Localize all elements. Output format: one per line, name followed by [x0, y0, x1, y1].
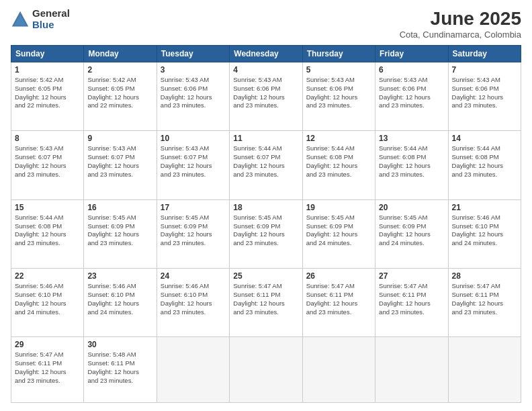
day-number: 9: [87, 134, 152, 143]
header: General Blue June 2025 Cota, Cundinamarc…: [11, 8, 521, 40]
day-number: 30: [87, 340, 152, 349]
day-info: Sunrise: 5:48 AMSunset: 6:11 PMDaylight:…: [87, 351, 152, 385]
table-row: 17Sunrise: 5:45 AMSunset: 6:09 PMDayligh…: [157, 199, 229, 268]
table-row: 1Sunrise: 5:42 AMSunset: 6:05 PMDaylight…: [11, 62, 84, 131]
day-info: Sunrise: 5:47 AMSunset: 6:11 PMDaylight:…: [452, 282, 517, 316]
day-info: Sunrise: 5:47 AMSunset: 6:11 PMDaylight:…: [379, 282, 444, 316]
day-number: 28: [452, 271, 517, 281]
table-row: 22Sunrise: 5:46 AMSunset: 6:10 PMDayligh…: [11, 269, 84, 337]
logo-text: General Blue: [32, 8, 70, 30]
table-row: [230, 337, 302, 403]
table-row: 16Sunrise: 5:45 AMSunset: 6:09 PMDayligh…: [84, 199, 157, 268]
calendar-week-row: 15Sunrise: 5:44 AMSunset: 6:08 PMDayligh…: [11, 199, 521, 268]
day-info: Sunrise: 5:45 AMSunset: 6:09 PMDaylight:…: [306, 214, 371, 248]
day-info: Sunrise: 5:44 AMSunset: 6:08 PMDaylight:…: [379, 144, 444, 179]
table-row: [448, 337, 521, 403]
day-number: 1: [15, 65, 80, 75]
day-info: Sunrise: 5:44 AMSunset: 6:08 PMDaylight:…: [15, 214, 80, 248]
table-row: 18Sunrise: 5:45 AMSunset: 6:09 PMDayligh…: [230, 199, 302, 268]
logo: General Blue: [11, 8, 70, 30]
table-row: 21Sunrise: 5:46 AMSunset: 6:10 PMDayligh…: [448, 199, 521, 268]
day-number: 11: [233, 134, 298, 143]
day-info: Sunrise: 5:45 AMSunset: 6:09 PMDaylight:…: [233, 214, 298, 248]
table-row: 24Sunrise: 5:46 AMSunset: 6:10 PMDayligh…: [157, 269, 229, 337]
calendar-week-row: 29Sunrise: 5:47 AMSunset: 6:11 PMDayligh…: [11, 337, 521, 403]
day-info: Sunrise: 5:43 AMSunset: 6:06 PMDaylight:…: [452, 76, 517, 110]
logo-general: General: [32, 8, 70, 19]
col-saturday: Saturday: [448, 46, 521, 62]
day-number: 13: [379, 134, 444, 143]
table-row: 25Sunrise: 5:47 AMSunset: 6:11 PMDayligh…: [230, 269, 302, 337]
table-row: 26Sunrise: 5:47 AMSunset: 6:11 PMDayligh…: [302, 269, 375, 337]
table-row: 15Sunrise: 5:44 AMSunset: 6:08 PMDayligh…: [11, 199, 84, 268]
day-info: Sunrise: 5:45 AMSunset: 6:09 PMDaylight:…: [161, 214, 226, 248]
day-number: 20: [379, 203, 444, 212]
table-row: 13Sunrise: 5:44 AMSunset: 6:08 PMDayligh…: [375, 131, 448, 199]
table-row: 28Sunrise: 5:47 AMSunset: 6:11 PMDayligh…: [448, 269, 521, 337]
day-number: 16: [87, 203, 152, 212]
calendar-week-row: 8Sunrise: 5:43 AMSunset: 6:07 PMDaylight…: [11, 131, 521, 199]
table-row: 2Sunrise: 5:42 AMSunset: 6:05 PMDaylight…: [84, 62, 157, 131]
table-row: 9Sunrise: 5:43 AMSunset: 6:07 PMDaylight…: [84, 131, 157, 199]
table-row: 20Sunrise: 5:45 AMSunset: 6:09 PMDayligh…: [375, 199, 448, 268]
col-sunday: Sunday: [11, 46, 84, 62]
day-info: Sunrise: 5:43 AMSunset: 6:06 PMDaylight:…: [161, 76, 226, 110]
table-row: 11Sunrise: 5:44 AMSunset: 6:07 PMDayligh…: [230, 131, 302, 199]
table-row: 30Sunrise: 5:48 AMSunset: 6:11 PMDayligh…: [84, 337, 157, 403]
day-info: Sunrise: 5:42 AMSunset: 6:05 PMDaylight:…: [15, 76, 80, 110]
table-row: [375, 337, 448, 403]
table-row: 3Sunrise: 5:43 AMSunset: 6:06 PMDaylight…: [157, 62, 229, 131]
calendar-week-row: 22Sunrise: 5:46 AMSunset: 6:10 PMDayligh…: [11, 269, 521, 337]
col-wednesday: Wednesday: [230, 46, 302, 62]
table-row: 29Sunrise: 5:47 AMSunset: 6:11 PMDayligh…: [11, 337, 84, 403]
day-info: Sunrise: 5:44 AMSunset: 6:07 PMDaylight:…: [233, 144, 298, 179]
day-info: Sunrise: 5:43 AMSunset: 6:06 PMDaylight:…: [379, 76, 444, 110]
day-number: 21: [452, 203, 517, 212]
calendar-table: Sunday Monday Tuesday Wednesday Thursday…: [11, 45, 521, 403]
table-row: 8Sunrise: 5:43 AMSunset: 6:07 PMDaylight…: [11, 131, 84, 199]
logo-icon: [11, 10, 30, 29]
day-number: 7: [452, 65, 517, 75]
day-number: 12: [306, 134, 371, 143]
table-row: 23Sunrise: 5:46 AMSunset: 6:10 PMDayligh…: [84, 269, 157, 337]
day-number: 8: [15, 134, 80, 143]
day-info: Sunrise: 5:43 AMSunset: 6:06 PMDaylight:…: [306, 76, 371, 110]
day-info: Sunrise: 5:44 AMSunset: 6:08 PMDaylight:…: [452, 144, 517, 179]
day-number: 15: [15, 203, 80, 212]
day-info: Sunrise: 5:46 AMSunset: 6:10 PMDaylight:…: [161, 282, 226, 316]
table-row: 5Sunrise: 5:43 AMSunset: 6:06 PMDaylight…: [302, 62, 375, 131]
day-info: Sunrise: 5:43 AMSunset: 6:06 PMDaylight:…: [233, 76, 298, 110]
table-row: [157, 337, 229, 403]
day-number: 14: [452, 134, 517, 143]
day-number: 5: [306, 65, 371, 75]
title-section: June 2025 Cota, Cundinamarca, Colombia: [400, 8, 521, 40]
table-row: 27Sunrise: 5:47 AMSunset: 6:11 PMDayligh…: [375, 269, 448, 337]
location: Cota, Cundinamarca, Colombia: [400, 30, 521, 40]
table-row: 12Sunrise: 5:44 AMSunset: 6:08 PMDayligh…: [302, 131, 375, 199]
day-number: 29: [15, 340, 80, 349]
table-row: 6Sunrise: 5:43 AMSunset: 6:06 PMDaylight…: [375, 62, 448, 131]
col-friday: Friday: [375, 46, 448, 62]
day-number: 2: [87, 65, 152, 75]
day-number: 17: [161, 203, 226, 212]
day-number: 18: [233, 203, 298, 212]
calendar-week-row: 1Sunrise: 5:42 AMSunset: 6:05 PMDaylight…: [11, 62, 521, 131]
day-number: 27: [379, 271, 444, 281]
table-row: [302, 337, 375, 403]
logo-blue: Blue: [32, 19, 70, 31]
day-number: 22: [15, 271, 80, 281]
day-info: Sunrise: 5:46 AMSunset: 6:10 PMDaylight:…: [452, 214, 517, 248]
col-tuesday: Tuesday: [157, 46, 229, 62]
day-info: Sunrise: 5:43 AMSunset: 6:07 PMDaylight:…: [15, 144, 80, 179]
day-number: 23: [87, 271, 152, 281]
day-number: 10: [161, 134, 226, 143]
day-info: Sunrise: 5:47 AMSunset: 6:11 PMDaylight:…: [15, 351, 80, 385]
day-info: Sunrise: 5:47 AMSunset: 6:11 PMDaylight:…: [233, 282, 298, 316]
table-row: 14Sunrise: 5:44 AMSunset: 6:08 PMDayligh…: [448, 131, 521, 199]
month-title: June 2025: [400, 8, 521, 30]
table-row: 19Sunrise: 5:45 AMSunset: 6:09 PMDayligh…: [302, 199, 375, 268]
day-number: 6: [379, 65, 444, 75]
day-number: 24: [161, 271, 226, 281]
day-number: 19: [306, 203, 371, 212]
day-number: 3: [161, 65, 226, 75]
